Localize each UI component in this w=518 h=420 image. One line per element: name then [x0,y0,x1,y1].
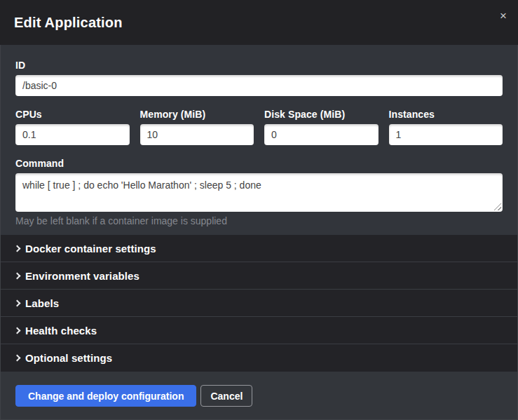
id-label: ID [15,60,503,70]
edit-application-modal: Edit Application × ID CPUs Memory (MiB) … [0,0,518,420]
chevron-right-icon [14,355,21,362]
command-label: Command [15,158,503,168]
section-health-checks[interactable]: Health checks [0,317,518,344]
memory-label: Memory (MiB) [140,109,254,119]
chevron-right-icon [14,272,21,279]
memory-input[interactable] [140,124,254,145]
section-docker-container-settings[interactable]: Docker container settings [0,235,518,262]
chevron-right-icon [14,299,21,306]
disk-space-input[interactable] [264,124,379,145]
instances-input[interactable] [389,124,503,145]
cancel-button[interactable]: Cancel [200,385,252,407]
change-and-deploy-button[interactable]: Change and deploy configuration [15,385,196,407]
instances-label: Instances [389,109,503,119]
command-textarea[interactable]: while [ true ] ; do echo 'Hello Marathon… [15,173,503,212]
disk-space-label: Disk Space (MiB) [264,109,379,119]
modal-title: Edit Application [14,15,123,31]
section-environment-variables[interactable]: Environment variables [0,262,518,290]
cpus-input[interactable] [15,124,130,145]
form-body: ID CPUs Memory (MiB) Disk Space (MiB) In… [0,45,518,235]
resources-row: CPUs Memory (MiB) Disk Space (MiB) Insta… [15,109,503,145]
section-optional-settings[interactable]: Optional settings [0,344,518,372]
collapsible-sections: Docker container settings Environment va… [0,235,518,372]
close-icon[interactable]: × [497,8,510,23]
disk-space-field-group: Disk Space (MiB) [264,109,379,145]
chevron-right-icon [14,245,21,252]
chevron-right-icon [14,327,21,334]
cpus-field-group: CPUs [15,109,130,145]
command-help-text: May be left blank if a container image i… [15,216,503,226]
section-labels[interactable]: Labels [0,290,518,317]
command-field-group: Command while [ true ] ; do echo 'Hello … [15,158,503,226]
memory-field-group: Memory (MiB) [140,109,254,145]
modal-header: Edit Application × [0,0,518,45]
id-input[interactable] [15,75,503,96]
instances-field-group: Instances [389,109,503,145]
cpus-label: CPUs [15,109,130,119]
id-field-group: ID [15,60,503,96]
modal-footer: Change and deploy configuration Cancel [0,372,518,420]
